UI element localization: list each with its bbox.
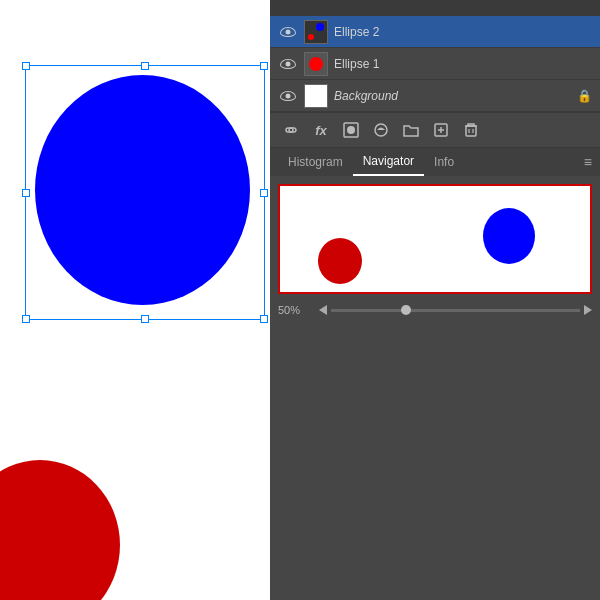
delete-layer-icon[interactable]	[460, 119, 482, 141]
thumb-ellipse1	[304, 52, 328, 76]
handle-bottom-mid[interactable]	[141, 315, 149, 323]
zoom-label: 50%	[278, 304, 313, 316]
blue-circle-selection	[25, 65, 265, 320]
zoom-in-button[interactable]	[584, 305, 592, 315]
top-bar	[270, 0, 600, 16]
handle-top-left[interactable]	[22, 62, 30, 70]
nav-blue-circle	[483, 208, 535, 264]
layer-name-ellipse1: Ellipse 1	[334, 57, 592, 71]
fx-icon[interactable]: fx	[310, 119, 332, 141]
visibility-ellipse1[interactable]	[278, 54, 298, 74]
eye-icon-ellipse2	[280, 27, 296, 37]
layer-row-ellipse2[interactable]: Ellipse 2	[270, 16, 600, 48]
nav-red-circle	[318, 238, 362, 284]
lock-icon: 🔒	[576, 88, 592, 104]
blue-circle	[35, 75, 250, 305]
thumb-red-dot	[308, 34, 314, 40]
canvas-area	[0, 0, 270, 600]
handle-bottom-left[interactable]	[22, 315, 30, 323]
zoom-thumb[interactable]	[401, 305, 411, 315]
panel-menu-icon[interactable]: ≡	[584, 154, 592, 170]
tab-info[interactable]: Info	[424, 148, 464, 176]
eye-icon-background	[280, 91, 296, 101]
thumb-background	[304, 84, 328, 108]
eye-icon-ellipse1	[280, 59, 296, 69]
link-icon[interactable]	[280, 119, 302, 141]
handle-mid-left[interactable]	[22, 189, 30, 197]
handle-top-right[interactable]	[260, 62, 268, 70]
add-layer-icon[interactable]	[430, 119, 452, 141]
handle-mid-right[interactable]	[260, 189, 268, 197]
svg-point-1	[347, 126, 355, 134]
layer-name-ellipse2: Ellipse 2	[334, 25, 592, 39]
zoom-slider-container	[319, 305, 592, 315]
adjustment-icon[interactable]	[370, 119, 392, 141]
thumb-ellipse2	[304, 20, 328, 44]
handle-bottom-right[interactable]	[260, 315, 268, 323]
visibility-ellipse2[interactable]	[278, 22, 298, 42]
layer-name-background: Background	[334, 89, 576, 103]
thumb-blue-dot	[316, 23, 324, 31]
layer-row-ellipse1[interactable]: Ellipse 1	[270, 48, 600, 80]
layers-toolbar: fx	[270, 112, 600, 147]
red-circle	[0, 460, 120, 600]
zoom-row: 50%	[278, 302, 592, 318]
visibility-background[interactable]	[278, 86, 298, 106]
navigator-content: 50%	[270, 176, 600, 326]
tabs-row: Histogram Navigator Info ≡	[270, 148, 600, 176]
layer-row-background[interactable]: Background 🔒	[270, 80, 600, 112]
handle-top-mid[interactable]	[141, 62, 149, 70]
zoom-out-button[interactable]	[319, 305, 327, 315]
zoom-slider[interactable]	[331, 309, 580, 312]
thumb-red-circle	[309, 57, 323, 71]
navigator-preview	[278, 184, 592, 294]
mask-icon[interactable]	[340, 119, 362, 141]
svg-rect-6	[466, 126, 476, 136]
bottom-panel: Histogram Navigator Info ≡ 50%	[270, 147, 600, 326]
tab-histogram[interactable]: Histogram	[278, 148, 353, 176]
tab-navigator[interactable]: Navigator	[353, 148, 424, 176]
panels-area: Ellipse 2 Ellipse 1 Background 🔒	[270, 0, 600, 600]
folder-icon[interactable]	[400, 119, 422, 141]
lock-unicode: 🔒	[577, 89, 592, 103]
layers-panel: Ellipse 2 Ellipse 1 Background 🔒	[270, 16, 600, 112]
